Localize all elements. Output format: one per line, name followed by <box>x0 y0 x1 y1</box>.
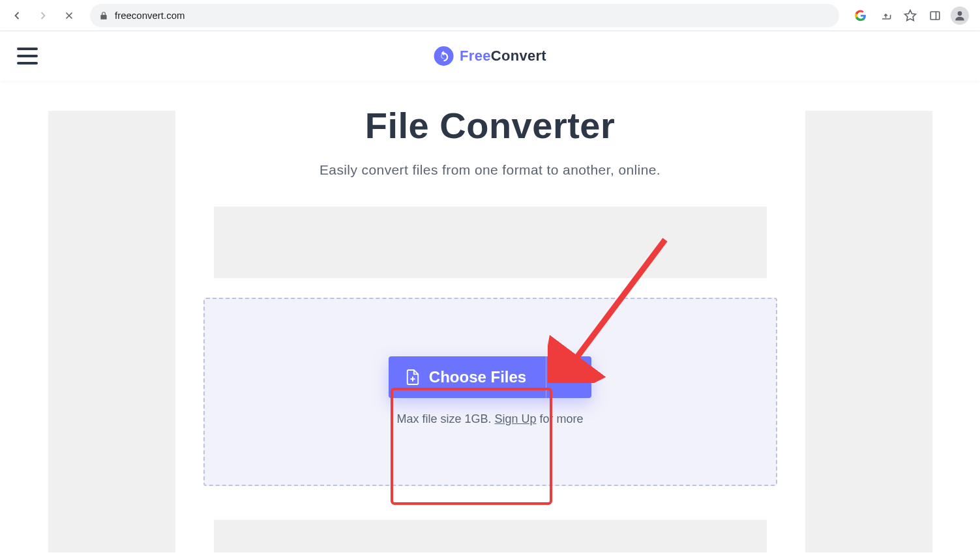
file-plus-icon <box>406 369 420 386</box>
url-text: freeconvert.com <box>115 10 185 21</box>
svg-rect-1 <box>930 12 940 20</box>
page-subtitle: Easily convert files from one format to … <box>319 162 661 178</box>
x-icon <box>63 10 75 21</box>
hamburger-menu[interactable] <box>17 48 38 64</box>
bottom-ad-banner <box>214 520 767 552</box>
choose-files-button[interactable]: Choose Files <box>389 356 546 398</box>
profile-avatar[interactable] <box>949 5 971 27</box>
logo-text-convert: Convert <box>491 48 546 64</box>
page-title: File Converter <box>365 104 616 147</box>
chevron-down-icon <box>563 371 576 384</box>
site-header: FreeConvert <box>0 31 980 81</box>
main-content: File Converter Easily convert files from… <box>195 111 786 552</box>
site-logo[interactable]: FreeConvert <box>434 46 546 66</box>
browser-back-button[interactable] <box>7 5 27 26</box>
logo-text-free: Free <box>460 48 491 64</box>
arrow-right-icon <box>37 9 50 22</box>
choose-files-label: Choose Files <box>429 368 526 386</box>
file-drop-zone[interactable]: Choose Files Max file size 1GB. Sign Up … <box>203 298 777 486</box>
person-icon <box>953 9 966 22</box>
browser-stop-button[interactable] <box>59 5 80 26</box>
star-icon[interactable] <box>899 5 921 27</box>
logo-text: FreeConvert <box>460 48 546 64</box>
arrow-left-icon <box>10 9 23 22</box>
address-bar[interactable]: freeconvert.com <box>90 4 839 27</box>
top-ad-banner <box>214 207 767 278</box>
browser-actions <box>850 5 973 27</box>
svg-point-3 <box>958 11 962 16</box>
svg-marker-0 <box>905 10 916 20</box>
size-note-prefix: Max file size 1GB. <box>396 412 494 425</box>
lock-icon <box>99 11 108 20</box>
right-ad-slot <box>805 111 932 552</box>
choose-files-dropdown[interactable] <box>546 356 591 398</box>
choose-files-group: Choose Files <box>389 356 591 398</box>
size-note-suffix: for more <box>537 412 584 425</box>
share-icon[interactable] <box>874 5 897 27</box>
signup-link[interactable]: Sign Up <box>494 412 536 425</box>
google-search-icon[interactable] <box>850 5 872 27</box>
page-body: File Converter Easily convert files from… <box>0 81 980 552</box>
file-size-note: Max file size 1GB. Sign Up for more <box>396 412 583 426</box>
browser-forward-button[interactable] <box>33 5 53 26</box>
browser-chrome: freeconvert.com <box>0 0 980 31</box>
panel-icon[interactable] <box>924 5 946 27</box>
left-ad-slot <box>48 111 175 552</box>
logo-icon <box>434 46 453 66</box>
